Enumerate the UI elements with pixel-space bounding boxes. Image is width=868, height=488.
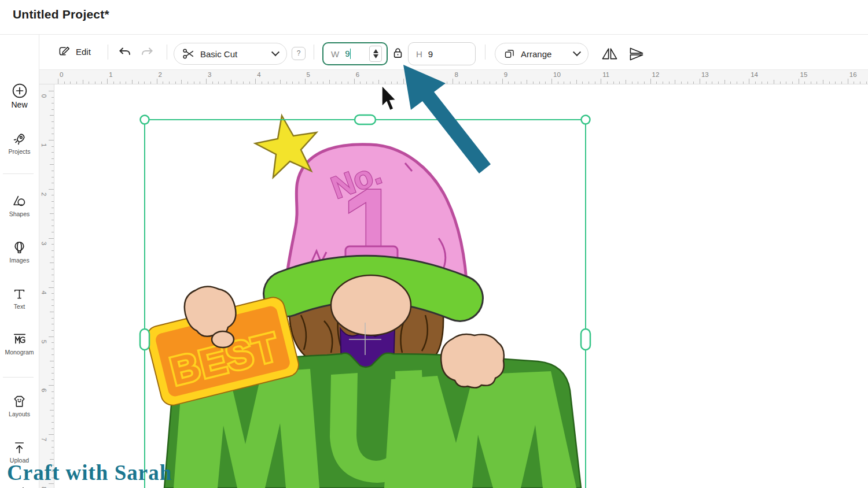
toolbar-divider	[167, 45, 167, 60]
redo-icon	[140, 46, 154, 58]
sidebar-item-create[interactable]: Create	[0, 486, 39, 488]
flip-vertical-icon	[628, 47, 645, 61]
sidebar-item-label: Projects	[0, 148, 39, 155]
sparkle-icon	[12, 486, 27, 488]
edit-button[interactable]: Edit	[58, 45, 91, 58]
width-stepper[interactable]	[369, 46, 382, 62]
sidebar-item-text[interactable]: Text	[0, 287, 39, 310]
undo-button[interactable]	[118, 46, 132, 58]
toolbar-divider	[485, 45, 486, 60]
width-field-value: 9	[345, 49, 350, 58]
monogram-icon	[12, 332, 27, 347]
sidebar-item-images[interactable]: Images	[0, 241, 39, 264]
titlebar: Untitled Project*	[0, 0, 868, 35]
sidebar-item-new[interactable]: New	[0, 83, 39, 109]
sidebar-item-layouts[interactable]: Layouts	[0, 394, 39, 417]
selection-handle-middle-right[interactable]	[581, 329, 590, 350]
upload-icon	[12, 441, 27, 455]
stepper-up-icon	[373, 49, 378, 53]
height-field-value: 9	[428, 49, 433, 59]
toolbar-divider	[108, 45, 108, 60]
sidebar-item-label: Layouts	[0, 411, 39, 417]
toolbar: Edit Basic Cut ? W 9	[39, 35, 868, 69]
vertical-ruler: 012345678	[39, 84, 54, 488]
selection-handle-top-left[interactable]	[141, 116, 149, 124]
pencil-square-icon	[58, 45, 71, 58]
selection-handle-top-right[interactable]	[582, 116, 590, 124]
sidebar-divider	[3, 377, 34, 378]
selection-handle-top-center[interactable]	[355, 115, 376, 124]
sidebar: New Projects Shapes Images Text Mon	[0, 35, 39, 488]
width-field[interactable]: W 9	[322, 42, 388, 65]
chevron-down-icon	[271, 48, 279, 56]
edit-label: Edit	[76, 47, 91, 57]
sidebar-item-label: Shapes	[0, 210, 39, 217]
sidebar-item-label: Images	[0, 257, 39, 264]
sidebar-item-label: Monogram	[0, 349, 39, 356]
gnome-nose	[331, 275, 411, 335]
rocket-icon	[12, 132, 27, 146]
lock-size-button[interactable]	[393, 47, 403, 59]
width-field-label: W	[331, 49, 339, 59]
artwork-canvas: No. 1	[54, 84, 868, 488]
stepper-down-icon	[373, 54, 378, 58]
sidebar-item-label: Text	[0, 303, 39, 310]
selection-handle-middle-left[interactable]	[140, 329, 149, 350]
redo-button[interactable]	[140, 46, 154, 58]
help-button[interactable]: ?	[292, 47, 306, 60]
chevron-down-icon	[573, 48, 581, 56]
arrange-label: Arrange	[521, 49, 551, 59]
sidebar-item-shapes[interactable]: Shapes	[0, 194, 39, 217]
scissors-icon	[182, 47, 195, 60]
text-icon	[12, 287, 27, 301]
text-caret	[350, 49, 351, 59]
shapes-icon	[12, 194, 27, 209]
canvas[interactable]: No. 1	[54, 84, 868, 488]
undo-icon	[118, 46, 132, 58]
horizontal-ruler: 012345678910111213141516	[39, 69, 868, 84]
toolbar-divider	[314, 45, 314, 60]
height-field[interactable]: H 9	[408, 42, 476, 65]
material-label: Basic Cut	[200, 49, 237, 59]
sidebar-item-upload[interactable]: Upload	[0, 441, 39, 464]
sidebar-divider	[3, 173, 34, 174]
plus-circle-icon	[12, 83, 27, 98]
flip-horizontal-button[interactable]	[602, 47, 617, 61]
sidebar-item-projects[interactable]: Projects	[0, 132, 39, 155]
layers-icon	[503, 48, 516, 60]
hot-air-balloon-icon	[12, 241, 27, 255]
sidebar-item-label: Upload	[0, 457, 39, 464]
star-shape	[255, 116, 317, 178]
arrange-dropdown[interactable]: Arrange	[495, 43, 589, 65]
height-field-label: H	[416, 49, 422, 59]
tshirt-icon	[12, 394, 27, 409]
flip-vertical-button[interactable]	[628, 47, 645, 61]
lock-icon	[393, 47, 403, 59]
sidebar-item-monogram[interactable]: Monogram	[0, 332, 39, 356]
gnome-artwork[interactable]: No. 1	[145, 116, 581, 488]
sidebar-item-label: New	[0, 100, 39, 109]
project-title[interactable]: Untitled Project*	[13, 8, 109, 21]
material-dropdown[interactable]: Basic Cut	[174, 43, 287, 65]
flip-horizontal-icon	[602, 47, 617, 61]
